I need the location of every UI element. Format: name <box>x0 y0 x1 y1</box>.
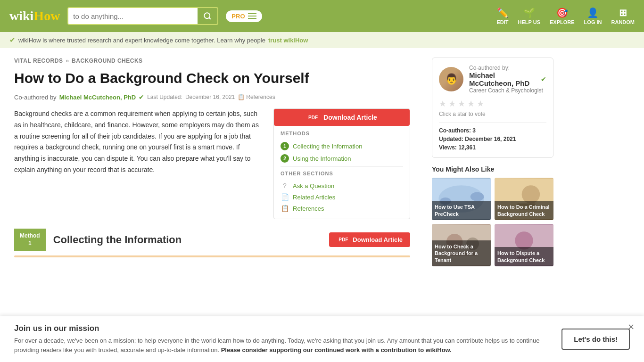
nav-login[interactable]: 👤 LOG IN <box>584 7 602 25</box>
verified-icon: ✔ <box>139 93 144 101</box>
nav-help-label: HELP US <box>518 19 540 25</box>
nav-random-label: RANDOM <box>611 19 635 25</box>
ask-question-link[interactable]: ? Ask a Question <box>281 180 403 191</box>
star-4[interactable]: ★ <box>467 99 475 109</box>
trust-text-before: wikiHow is where trusted research and ex… <box>18 37 265 44</box>
search-icon <box>203 12 212 20</box>
author-card: 👨 Co-authored by: Michael McCutcheon, Ph… <box>432 58 553 158</box>
references-link[interactable]: 📋 References <box>238 94 275 100</box>
logo-how: How <box>33 8 60 24</box>
trust-link[interactable]: trust wikiHow <box>268 37 308 44</box>
breadcrumb-item-2[interactable]: BACKGROUND CHECKS <box>72 58 143 64</box>
article-title: How to Do a Background Check on Yourself <box>14 70 410 87</box>
main-nav: ✏️ EDIT 🌱 HELP US 🎯 EXPLORE 👤 LOG IN ⊞ R… <box>496 7 635 25</box>
related-articles-link[interactable]: 📄 Related Articles <box>281 191 403 203</box>
breadcrumb: VITAL RECORDS » BACKGROUND CHECKS <box>14 58 410 64</box>
related-card-4-label: How to Dispute a Background Check <box>495 247 553 266</box>
stats-row: Co-authors: 3 Updated: December 16, 2021… <box>439 127 546 151</box>
login-icon: 👤 <box>587 7 599 18</box>
views-count: 12,361 <box>458 144 476 151</box>
author-card-top: 👨 Co-authored by: Michael McCutcheon, Ph… <box>439 65 546 94</box>
related-card-1[interactable]: How to Use TSA PreCheck <box>432 178 491 220</box>
related-title: You Might Also Like <box>432 165 553 173</box>
star-3[interactable]: ★ <box>458 99 465 109</box>
nav-random[interactable]: ⊞ RANDOM <box>611 7 635 25</box>
edit-icon: ✏️ <box>497 7 509 18</box>
method-num-2: 2 <box>281 154 289 163</box>
breadcrumb-item-1[interactable]: VITAL RECORDS <box>14 58 63 64</box>
methods-divider <box>281 166 403 167</box>
related-card-2-label: How to Do a Criminal Background Check <box>495 201 553 220</box>
updated-label: Updated: <box>439 136 463 142</box>
views-label: Views: <box>439 144 457 151</box>
nav-help-us[interactable]: 🌱 HELP US <box>518 7 540 25</box>
updated-date: December 16, 2021 <box>465 136 516 142</box>
star-1[interactable]: ★ <box>439 99 446 109</box>
method-section-header: Method 1 Collecting the Information PDF … <box>14 229 410 251</box>
method-underline <box>14 255 410 257</box>
co-authored-by: Co-authored by <box>14 94 57 101</box>
star-5[interactable]: ★ <box>477 99 484 109</box>
article-intro: Background checks are a common requireme… <box>14 108 264 219</box>
help-icon: 🌱 <box>523 7 535 18</box>
author-info: Co-authored by: Michael McCutcheon, PhD … <box>469 65 546 94</box>
updated-stat: Updated: December 16, 2021 <box>439 136 546 142</box>
related-card-4[interactable]: How to Dispute a Background Check <box>495 224 553 266</box>
methods-section: METHODS 1 Collecting the Information 2 U… <box>274 126 410 219</box>
methods-header: METHODS <box>281 131 403 136</box>
method-pdf-icon: PDF <box>337 236 350 243</box>
logo[interactable]: wikiHow <box>9 8 60 24</box>
nav-explore[interactable]: 🎯 EXPLORE <box>550 7 575 25</box>
method-1-section: Method 1 Collecting the Information PDF … <box>14 229 410 257</box>
site-header: wikiHow PRO ✏️ EDIT 🌱 HELP US 🎯 EXPLORE … <box>0 0 644 32</box>
download-article-button[interactable]: PDF Download Article <box>274 109 410 126</box>
nav-explore-label: EXPLORE <box>550 19 575 25</box>
star-2[interactable]: ★ <box>448 99 456 109</box>
co-authors-stat: Co-authors: 3 <box>439 127 546 134</box>
article-author-link[interactable]: Michael McCutcheon, PhD <box>59 94 136 101</box>
related-card-3-label: How to Check a Background for a Tenant <box>432 240 491 266</box>
related-grid: How to Use TSA PreCheck How to Do a Crim… <box>432 178 553 266</box>
related-card-2[interactable]: How to Do a Criminal Background Check <box>495 178 553 220</box>
sidebar-author-title: Career Coach & Psychologist <box>469 87 546 94</box>
svg-point-5 <box>471 192 484 201</box>
last-updated-label: Last Updated: <box>147 94 182 100</box>
article-body-row: Background checks are a common requireme… <box>14 108 410 219</box>
sidebar-verified-icon: ✔ <box>541 75 546 83</box>
main-layout: VITAL RECORDS » BACKGROUND CHECKS How to… <box>0 48 644 276</box>
nav-edit-label: EDIT <box>496 19 508 25</box>
views-stat: Views: 12,361 <box>439 144 546 151</box>
article-container: VITAL RECORDS » BACKGROUND CHECKS How to… <box>0 48 424 276</box>
trust-checkmark: ✔ <box>9 36 16 44</box>
method-num-1: 1 <box>281 142 289 150</box>
nav-login-label: LOG IN <box>584 19 602 25</box>
vote-text: Click a star to vote <box>439 111 546 117</box>
method-item-2[interactable]: 2 Using the Information <box>281 152 403 165</box>
refs-icon: 📋 <box>281 205 289 212</box>
co-authors-count: 3 <box>472 127 476 134</box>
search-bar <box>67 7 218 25</box>
related-section: You Might Also Like How to Use TSA PreCh… <box>432 165 553 266</box>
hamburger-icon <box>248 13 256 19</box>
nav-edit[interactable]: ✏️ EDIT <box>496 7 508 25</box>
random-icon: ⊞ <box>619 7 627 18</box>
methods-box: PDF Download Article METHODS 1 Collectin… <box>273 108 410 219</box>
article-meta: Co-authored by Michael McCutcheon, PhD ✔… <box>14 93 410 101</box>
related-card-3[interactable]: How to Check a Background for a Tenant <box>432 224 491 266</box>
search-input[interactable] <box>68 8 198 24</box>
related-icon: 📄 <box>281 193 289 201</box>
trust-bar: ✔ wikiHow is where trusted research and … <box>0 32 644 48</box>
method-item-1[interactable]: 1 Collecting the Information <box>281 140 403 152</box>
author-card-divider <box>439 122 546 123</box>
ref-icon: 📋 <box>238 94 245 100</box>
pro-label: PRO <box>231 13 245 20</box>
svg-point-0 <box>205 13 210 18</box>
method-download-button[interactable]: PDF Download Article <box>329 232 410 247</box>
search-button[interactable] <box>198 8 217 24</box>
references-link-box[interactable]: 📋 References <box>281 203 403 214</box>
pro-button[interactable]: PRO <box>226 10 262 22</box>
logo-wiki: wiki <box>9 8 33 24</box>
star-row: ★ ★ ★ ★ ★ <box>439 99 546 109</box>
sidebar-author-name: Michael McCutcheon, PhD <box>469 71 539 87</box>
pdf-icon: PDF <box>306 114 320 121</box>
